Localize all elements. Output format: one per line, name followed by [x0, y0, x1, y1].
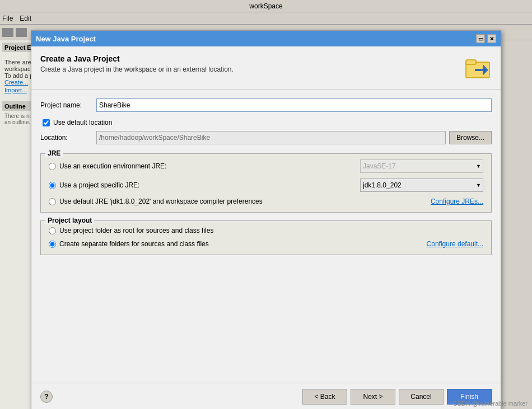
back-button[interactable]: < Back — [302, 389, 347, 405]
layout-root-row: Use project folder as root for sources a… — [49, 227, 483, 234]
dialog-titlebar: New Java Project ▭ ✕ — [31, 31, 501, 46]
dialog-close-button[interactable]: ✕ — [487, 34, 496, 43]
project-icon — [465, 54, 492, 81]
taskbar-title: workSpace — [249, 2, 282, 10]
jre-specific-radio[interactable] — [49, 182, 56, 189]
project-layout-group-title: Project layout — [45, 217, 94, 224]
location-label: Location: — [40, 134, 96, 142]
menu-edit[interactable]: Edit — [20, 15, 31, 22]
jre-specific-label: Use a project specific JRE: — [59, 181, 360, 189]
watermark: CSDN @vulnerable marker — [453, 400, 528, 407]
jre-execution-radio[interactable] — [49, 163, 56, 170]
project-name-label: Project name: — [40, 101, 96, 109]
jre-execution-row: Use an execution environment JRE: JavaSE… — [49, 159, 483, 173]
use-default-location-row: Use default location — [40, 119, 492, 126]
jre-default-radio[interactable] — [49, 198, 56, 205]
browse-button[interactable]: Browse... — [449, 131, 492, 144]
project-name-row: Project name: — [40, 98, 492, 112]
help-button[interactable]: ? — [40, 391, 53, 403]
svg-rect-3 — [475, 69, 485, 71]
jre-execution-label: Use an execution environment JRE: — [59, 162, 360, 170]
dialog-overlay: New Java Project ▭ ✕ Create a Java Proje… — [0, 25, 532, 409]
use-default-location-checkbox[interactable] — [43, 119, 50, 126]
jre-execution-select[interactable]: JavaSE-17 — [360, 159, 483, 173]
dialog-header: Create a Java Project Create a Java proj… — [31, 46, 501, 90]
jre-specific-select-wrapper: jdk1.8.0_202 — [360, 178, 483, 192]
use-default-location-label: Use default location — [53, 119, 112, 126]
jre-specific-select[interactable]: jdk1.8.0_202 — [360, 178, 483, 192]
project-layout-group: Project layout Use project folder as roo… — [40, 220, 492, 255]
ide-menubar: File Edit — [0, 12, 532, 25]
layout-root-label: Use project folder as root for sources a… — [59, 227, 483, 234]
configure-jres-link[interactable]: Configure JREs... — [431, 198, 483, 205]
jre-specific-row: Use a project specific JRE: jdk1.8.0_202 — [49, 178, 483, 192]
project-name-input[interactable] — [96, 98, 492, 112]
layout-separate-radio[interactable] — [49, 241, 56, 248]
new-java-project-dialog: New Java Project ▭ ✕ Create a Java Proje… — [31, 30, 501, 409]
layout-separate-row: Create separate folders for sources and … — [49, 240, 483, 248]
configure-default-link[interactable]: Configure default... — [427, 240, 483, 248]
dialog-restore-button[interactable]: ▭ — [476, 34, 485, 43]
dialog-heading: Create a Java Project — [40, 54, 234, 63]
dialog-titlebar-buttons: ▭ ✕ — [476, 34, 496, 43]
cancel-button[interactable]: Cancel — [399, 389, 444, 405]
svg-rect-1 — [466, 60, 476, 64]
next-button[interactable]: Next > — [351, 389, 395, 405]
location-row: Location: Browse... — [40, 131, 492, 144]
location-input[interactable] — [96, 131, 446, 144]
jre-default-label: Use default JRE 'jdk1.8.0_202' and works… — [59, 198, 431, 205]
menu-file[interactable]: File — [2, 15, 13, 22]
jre-execution-select-wrapper: JavaSE-17 — [360, 159, 483, 173]
dialog-description: Create a Java project in the workspace o… — [40, 65, 234, 73]
jre-group-title: JRE — [45, 149, 63, 157]
dialog-title: New Java Project — [36, 35, 96, 43]
dialog-footer: ? < Back Next > Cancel Finish — [31, 383, 501, 409]
jre-group: JRE Use an execution environment JRE: Ja… — [40, 153, 492, 213]
layout-root-radio[interactable] — [49, 227, 56, 234]
jre-default-row: Use default JRE 'jdk1.8.0_202' and works… — [49, 198, 483, 205]
dialog-body: Project name: Use default location Locat… — [31, 90, 501, 383]
layout-separate-label: Create separate folders for sources and … — [59, 240, 427, 248]
